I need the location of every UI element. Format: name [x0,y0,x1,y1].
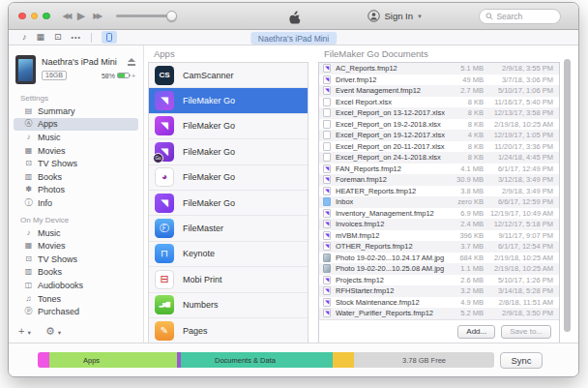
file-row[interactable]: Driver.fmp12 49 MB 3/7/18, 3:06 PM [319,75,559,86]
sidebar-item-summary[interactable]: ▤ Summary [14,104,138,118]
app-name: CamScanner [183,71,234,80]
file-row[interactable]: HEATER_Reports.fmp12 3.8 MB 2/9/18, 3:49… [319,186,559,197]
close-button[interactable] [18,13,26,20]
file-date: 2/9/18, 3:50 PM [484,309,559,317]
app-name: FileMaster [183,224,223,233]
minimize-button[interactable] [31,13,39,20]
file-row[interactable]: Photo 19-02-20...10.24.17 AM.jpg 684 KB … [319,253,559,264]
device-thumbnail [15,55,36,84]
music-nav-icon[interactable]: ♪ [22,33,27,42]
sidebar-item-info[interactable]: ⓘ Info [14,196,138,210]
sidebar-item-books[interactable]: ▥ Books [14,170,138,184]
app-row[interactable]: FileMaker Go [149,114,308,139]
file-row[interactable]: Excel_Report_on 19-2-2018.xlsx 8 KB 2/19… [319,119,559,131]
file-row[interactable]: Excel_Report_on 24-1-2018.xlsx 8 KB 1/24… [319,152,559,164]
app-row[interactable]: Mobi Print [149,267,308,292]
more-media-icon[interactable]: ••• [72,34,81,41]
file-size: 5.1 MB [445,64,484,73]
add-playlist-button[interactable]: +▼ [18,325,32,338]
fmgo-white-icon [155,167,174,187]
file-row[interactable]: RFHStarter.fmp12 3.2 MB 3/14/18, 5:28 PM [319,285,559,297]
file-row[interactable]: OTHER_Reports.fmp12 3.7 MB 6/1/17, 12:54… [319,241,559,253]
sidebar-item-apps[interactable]: Ⓐ Apps [14,118,138,132]
app-row[interactable]: FileMaster [149,216,308,241]
file-row[interactable]: mVBM.fmp12 396 KB 9/11/17, 9:07 PM [319,230,559,242]
app-row[interactable]: Pages [149,318,308,343]
sidebar-item-label: Tones [38,294,61,304]
sidebar-item-movies[interactable]: ▦ Movies [14,239,138,253]
sidebar-section-label: On My Device [9,210,143,226]
file-name: FAN_Reports.fmp12 [336,164,445,173]
app-name: Mobi Print [183,275,222,284]
sidebar-item-music[interactable]: ♪ Music [14,131,138,144]
device-tab[interactable]: Naethra's iPad Mini [250,32,337,45]
app-row[interactable]: FileMaker Go [149,88,308,113]
file-row[interactable]: Excel Report.xlsx 8 KB 11/16/17, 5:40 PM [319,97,559,108]
app-row[interactable]: Numbers [149,293,308,318]
filemaker-file-icon [323,309,331,317]
fast-forward-button[interactable]: ▶▶ [93,12,100,20]
sidebar-item-label: Books [38,172,62,182]
sidebar-section-label: Settings [9,88,143,104]
sync-button[interactable]: Sync [500,352,543,369]
sidebar-item-tv-shows[interactable]: ⊡ TV Shows [14,253,138,266]
sidebar-item-books[interactable]: ▥ Books [14,266,138,280]
file-row[interactable]: Invoices.fmp12 2.4 MB 12/12/17, 5:18 PM [319,219,559,230]
volume-knob[interactable] [166,11,177,21]
file-name: Excel_Report_on 19-12-2017.xlsx [336,131,445,139]
app-row[interactable]: CamScanner [149,63,308,88]
settings-gear-button[interactable]: ⚙▼ [45,325,62,338]
file-row[interactable]: Foreman.fmp12 30.9 MB 3/12/18, 3:49 PM [319,174,559,186]
file-row[interactable]: Event Management.fmp12 2.7 MB 5/10/17, 1… [319,85,559,97]
file-row[interactable]: Water_Purifier_Reports.fmp12 5.2 MB 2/9/… [319,308,559,319]
rewind-button[interactable]: ◀◀ [63,12,70,20]
search-input[interactable] [496,12,554,21]
sign-in-button[interactable]: Sign In ▼ [368,10,423,22]
app-row[interactable]: Keynote [149,242,308,267]
device-header[interactable]: Naethra's iPad Mini 16GB 58% + [9,53,143,88]
search-field[interactable] [479,9,561,24]
zoom-button[interactable] [43,13,50,20]
file-row[interactable]: Inbox zero KB 6/6/17, 12:59 PM [319,196,559,208]
file-row[interactable]: Excel_Report_on 20-11-2017.xlsx 8 KB 11/… [319,141,559,153]
sidebar-item-photos[interactable]: ✽ Photos [14,184,138,197]
sidebar-item-music[interactable]: ♪ Music [14,226,138,240]
file-size: 3.8 MB [445,187,484,195]
sidebar-item-movies[interactable]: ▦ Movies [14,144,138,158]
file-row[interactable]: Stock Maintenance.fmp12 4.9 MB 2/8/18, 1… [319,297,559,309]
file-row[interactable]: Excel_Report_on 19-12-2017.xlsx 4 KB 12/… [319,130,559,141]
device-ipad-icon[interactable] [102,31,117,44]
file-row[interactable]: Photo 19-02-20...10.25.08 AM.jpg 1.1 MB … [319,263,559,275]
app-row[interactable]: FileMaker Go [149,191,308,216]
file-row[interactable]: Inventory_Management.fmp12 6.9 MB 12/19/… [319,208,559,220]
vertical-scrollbar[interactable] [564,59,571,332]
app-row[interactable]: FileMaker Go [149,139,308,164]
play-button[interactable]: ▶ [77,10,85,22]
file-size: 3.7 MB [445,242,484,251]
file-date: 1/24/18, 4:45 PM [484,153,559,162]
file-size: 6.9 MB [445,209,484,218]
sidebar-item-label: Music [38,228,61,238]
tones-icon: ♫ [22,295,35,303]
save-to-button[interactable]: Save to... [501,325,551,339]
movies-nav-icon[interactable]: ▦ [37,33,45,42]
file-size: 2.7 MB [445,86,484,95]
sidebar-item-purchased[interactable]: Ⓟ Purchased [14,305,138,318]
file-row[interactable]: FAN_Reports.fmp12 4.1 MB 6/1/17, 12:49 P… [319,164,559,175]
add-button[interactable]: Add... [457,325,495,339]
sidebar-item-tv-shows[interactable]: ⊡ TV Shows [14,157,138,170]
charging-plug-icon: + [132,73,135,79]
sidebar-item-audiobooks[interactable]: ◫ Audiobooks [14,279,138,292]
sidebar-item-tones[interactable]: ♫ Tones [14,292,138,306]
volume-slider[interactable] [116,15,174,17]
documents-header: FileMaker Go Documents [324,48,578,59]
file-date: 12/13/17, 3:58 PM [484,108,559,117]
file-row[interactable]: Excel_Report_on 13-12-2017.xlsx 8 KB 12/… [319,107,559,119]
file-row[interactable]: AC_Reports.fmp12 5.1 MB 2/9/18, 3:55 PM [319,63,559,75]
tv-nav-icon[interactable]: ⊡ [54,33,62,42]
app-name: FileMaker Go [183,96,235,105]
eject-icon[interactable] [127,58,135,66]
file-date: 2/19/18, 10:25 AM [484,264,559,273]
app-row[interactable]: FileMaker Go [149,165,308,191]
file-row[interactable]: Projects.fmp12 2.6 MB 5/10/17, 1:26 PM [319,275,559,286]
